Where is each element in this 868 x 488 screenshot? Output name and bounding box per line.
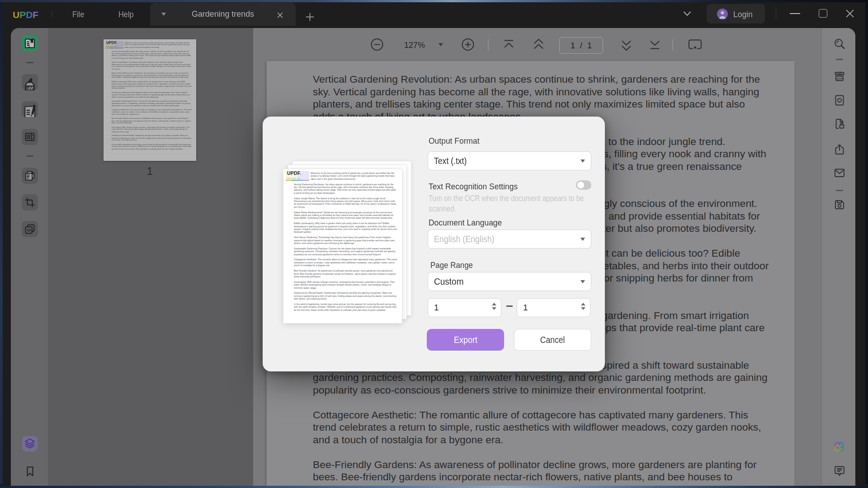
svg-text:OCR: OCR: [836, 77, 843, 80]
